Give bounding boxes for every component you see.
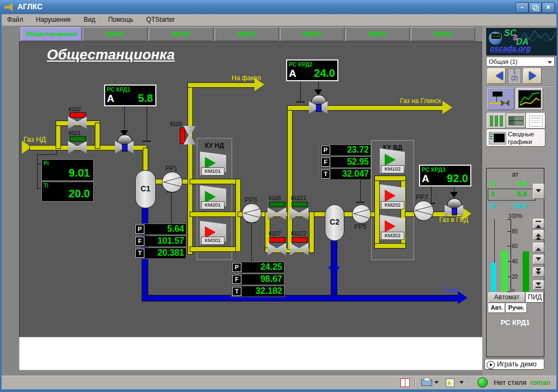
- pid-button[interactable]: ПИД: [526, 292, 544, 303]
- close-button[interactable]: ✕: [542, 2, 555, 13]
- control-valve-krd1-dome[interactable]: [117, 135, 132, 142]
- spin-top-button[interactable]: [533, 219, 544, 228]
- export-dropdown-icon[interactable]: [459, 381, 464, 386]
- sidebar: 10.95 SC & DA oscada.org Общая (1) 1 (2): [482, 26, 556, 376]
- separator: [415, 378, 415, 387]
- valve-ksh7-state[interactable]: [269, 237, 286, 243]
- regulator-pp7[interactable]: [414, 201, 434, 221]
- export-icon[interactable]: [446, 378, 454, 387]
- separator: [469, 378, 470, 387]
- oscillo-view-button[interactable]: [506, 113, 526, 128]
- compressor-km202[interactable]: КМ202: [380, 184, 405, 209]
- menu-view[interactable]: Вид: [78, 14, 101, 23]
- menu-bar: Файл Нарушение Вид Помощь QTStarter: [2, 14, 556, 26]
- compressor-km201[interactable]: КМ201: [200, 185, 226, 209]
- sensor-line: [37, 164, 41, 164]
- tab-km102[interactable]: КМ102: [149, 27, 214, 41]
- status-ok-icon: [477, 377, 488, 388]
- drain-flow-arrow: [328, 267, 340, 274]
- logo-site-link[interactable]: oscada.org: [490, 44, 531, 53]
- valve-ksh6-state[interactable]: [269, 202, 286, 207]
- spin-up-button[interactable]: [533, 243, 544, 252]
- menu-help[interactable]: Помощь: [102, 14, 138, 23]
- view-select[interactable]: Общая (1): [486, 57, 555, 67]
- prev-page-button[interactable]: [487, 68, 506, 84]
- restore-button[interactable]: [529, 2, 542, 13]
- tab-km201[interactable]: КМ201: [215, 27, 279, 41]
- valve-ksh21-icon[interactable]: [290, 207, 308, 220]
- print-icon[interactable]: [421, 379, 432, 386]
- controller-krd2[interactable]: РС КРД2 А 24.0: [286, 59, 338, 81]
- menu-qtstarter[interactable]: QTStarter: [141, 14, 180, 23]
- spin-fast-up-button[interactable]: [533, 230, 544, 240]
- document-view-button[interactable]: [526, 113, 545, 129]
- mnemo-icon-stem: [496, 97, 497, 102]
- next-page-button[interactable]: [523, 68, 542, 84]
- group-kund-label: КУ НД: [197, 142, 232, 149]
- tab-obshestancionka[interactable]: Общестанционка: [21, 27, 82, 41]
- regulator-glyph: [242, 204, 261, 222]
- valve-ksh22-state[interactable]: [292, 237, 308, 243]
- play-demo-button[interactable]: Играть демо: [484, 359, 544, 370]
- valve-ksh1-icon[interactable]: [68, 141, 87, 154]
- regulator-pp5[interactable]: [352, 204, 371, 224]
- pipe-bank-right: [309, 212, 314, 253]
- setpoint-dropdown-button[interactable]: [533, 184, 544, 199]
- separator-c2[interactable]: С2: [325, 204, 344, 241]
- trend-view-button[interactable]: [515, 88, 543, 110]
- separator-c1[interactable]: С1: [135, 170, 156, 208]
- pft-box-interstage: P24.25 F98.67 T32.182: [231, 262, 284, 298]
- arrow-up-icon: [536, 222, 541, 228]
- print-dropdown-icon[interactable]: [434, 381, 439, 386]
- menu-violation[interactable]: Нарушение: [31, 14, 76, 23]
- spin-fast-down-button[interactable]: [533, 267, 544, 277]
- pipe-kuvd-top: [374, 176, 406, 181]
- tab-km202[interactable]: КМ202: [280, 27, 344, 41]
- mnemo-view-button[interactable]: [487, 88, 514, 110]
- menu-file[interactable]: Файл: [2, 14, 29, 23]
- sensor-tap: [356, 202, 365, 203]
- control-valve-krd3-dome[interactable]: [447, 198, 462, 206]
- avt-button[interactable]: Авт.: [488, 303, 505, 313]
- glinsk-arrow: [442, 101, 452, 114]
- control-valve-krd2-dome[interactable]: [311, 95, 326, 102]
- valve-ksh7-icon[interactable]: [268, 243, 286, 256]
- sensor-line: [171, 191, 172, 224]
- valve-ksh1-state[interactable]: [70, 136, 86, 142]
- regulator-glyph: [353, 205, 371, 223]
- regulator-pp3[interactable]: [242, 203, 262, 223]
- regulator-pp1[interactable]: [162, 172, 183, 192]
- spin-bottom-button[interactable]: [533, 280, 544, 290]
- compressor-km302[interactable]: КМ302: [380, 215, 405, 240]
- tab-km301[interactable]: КМ301: [345, 27, 410, 41]
- valve-ksh22-icon[interactable]: [290, 243, 308, 256]
- title-bar[interactable]: АГЛКС – ✕: [0, 0, 558, 14]
- tab-km101[interactable]: КМ101: [83, 27, 148, 41]
- spin-down-button[interactable]: [533, 255, 544, 264]
- valve-ksh21-label: КШ21: [291, 195, 307, 201]
- valve-ksh21-state[interactable]: [292, 202, 308, 207]
- valve-ksh2-icon[interactable]: [68, 116, 87, 129]
- book-icon[interactable]: [401, 378, 410, 387]
- indicator-ti: Ti 20.0: [41, 182, 94, 202]
- controller-krd1[interactable]: РС КРД1 А 5.8: [104, 85, 156, 106]
- valve-ksh6-icon[interactable]: [268, 207, 286, 220]
- valve-ksh5-state[interactable]: [180, 128, 185, 144]
- scale-20: 20: [512, 274, 518, 280]
- minimize-button[interactable]: –: [515, 2, 529, 13]
- regulator-glyph: [162, 172, 182, 192]
- compressor-km102[interactable]: КМ102: [380, 148, 405, 173]
- compressor-km101[interactable]: КМ101: [200, 152, 226, 176]
- pipe-kuvd-bottom: [374, 243, 406, 249]
- ruchn-button[interactable]: Ручн.: [506, 303, 527, 313]
- tab-km302[interactable]: КМ302: [411, 27, 475, 41]
- automat-button[interactable]: Автомат: [488, 292, 525, 303]
- bars-view-button[interactable]: [487, 113, 506, 129]
- valve-ksh2-state[interactable]: [70, 112, 86, 118]
- summary-graphs-button[interactable]: Сводные графики: [487, 129, 545, 147]
- compressor-km301[interactable]: КМ301: [200, 221, 226, 245]
- controller-krd3[interactable]: РС КРД3 А 92.0: [419, 165, 471, 186]
- separator: [485, 86, 554, 86]
- mnemo-canvas[interactable]: Общестанционка КУ НД КУ ВД Слив: [19, 41, 483, 337]
- user-status[interactable]: roman: [530, 378, 550, 387]
